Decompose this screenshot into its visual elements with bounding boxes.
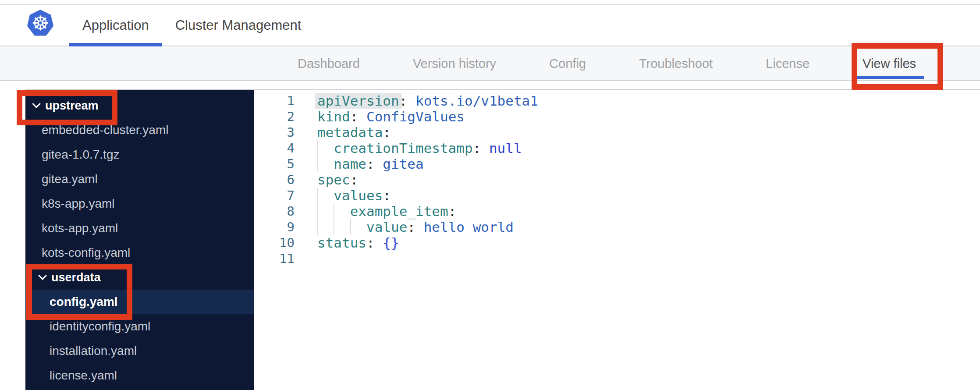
file-label: license.yaml (50, 369, 117, 383)
code-line-9: 9 value: hello world (254, 219, 980, 235)
kubernetes-logo-icon: ☸ (27, 10, 53, 37)
subnav-tab-label: Version history (413, 57, 496, 71)
header-tab-label: Application (82, 18, 149, 33)
code-line-8: 8 example_item: (254, 203, 980, 219)
code-line-text: values: (317, 188, 391, 203)
subnav-tab-label: License (766, 57, 810, 71)
subnav-tab-dashboard[interactable]: Dashboard (290, 47, 368, 80)
code-line-10: 10status: {} (254, 235, 980, 251)
code-line-5: 5 name: gitea (254, 156, 980, 172)
active-tab-underline (69, 43, 162, 46)
tree-item-gitea-1-0-7-tgz[interactable]: gitea-1.0.7.tgz (25, 142, 254, 167)
tree-item-license-yaml[interactable]: license.yaml (25, 363, 254, 388)
code-editor[interactable]: 1apiVersion: kots.io/v1beta12kind: Confi… (254, 90, 980, 390)
file-label: kots-app.yaml (42, 221, 118, 235)
line-number: 1 (254, 93, 295, 109)
code-line-text: name: gitea (317, 156, 424, 172)
tree-item-kots-config-yaml[interactable]: kots-config.yaml (25, 241, 254, 265)
code-line-text: kind: ConfigValues (317, 109, 465, 124)
line-number: 6 (254, 172, 295, 188)
tree-item-config-yaml[interactable]: config.yaml (25, 290, 254, 314)
code-line-text: status: {} (317, 235, 399, 251)
app-subnav: DashboardVersion historyConfigTroublesho… (0, 47, 980, 81)
subnav-tab-view-files[interactable]: View files (855, 47, 924, 80)
header-tab-label: Cluster Management (175, 18, 302, 33)
tree-item-installation-yaml[interactable]: installation.yaml (25, 339, 254, 363)
subnav-tab-label: View files (863, 57, 916, 71)
line-number: 11 (254, 251, 295, 266)
tree-item-identityconfig-yaml[interactable]: identityconfig.yaml (25, 314, 254, 339)
code-line-text: value: hello world (317, 219, 514, 235)
header-tab-cluster-management[interactable]: Cluster Management (162, 5, 315, 46)
tree-item-upstream[interactable]: upstream (25, 93, 254, 118)
subnav-tab-label: Config (549, 57, 586, 71)
code-line-7: 7 values: (254, 188, 980, 203)
file-tree-sidebar: upstreamembedded-cluster.yamlgitea-1.0.7… (25, 90, 254, 390)
file-label: gitea-1.0.7.tgz (42, 148, 119, 162)
line-number: 2 (254, 109, 295, 124)
code-line-text: creationTimestamp: null (317, 140, 522, 156)
line-number: 3 (254, 124, 295, 140)
code-line-3: 3metadata: (254, 124, 980, 140)
folder-label: upstream (45, 99, 99, 113)
chevron-down-icon[interactable] (33, 101, 40, 107)
chevron-down-icon[interactable] (39, 273, 46, 279)
line-number: 4 (254, 140, 295, 156)
file-label: gitea.yaml (42, 172, 98, 186)
code-line-text: metadata: (317, 124, 391, 140)
code-line-4: 4 creationTimestamp: null (254, 140, 980, 156)
subnav-tab-license[interactable]: License (758, 47, 817, 80)
tree-item-k8s-app-yaml[interactable]: k8s-app.yaml (25, 191, 254, 216)
code-line-text: apiVersion: kots.io/v1beta1 (317, 93, 538, 109)
kubernetes-wheel-icon: ☸ (27, 10, 53, 37)
code-line-1: 1apiVersion: kots.io/v1beta1 (254, 93, 980, 109)
app-header: ☸ ApplicationCluster Management (0, 5, 980, 46)
subnav-tabs: DashboardVersion historyConfigTroublesho… (0, 47, 980, 80)
line-number: 10 (254, 235, 295, 251)
active-tab-underline (855, 76, 924, 79)
file-label: embedded-cluster.yaml (42, 123, 168, 137)
code-line-6: 6spec: (254, 172, 980, 188)
tree-item-embedded-cluster-yaml[interactable]: embedded-cluster.yaml (25, 118, 254, 142)
file-label: config.yaml (50, 295, 118, 309)
file-label: installation.yaml (50, 344, 137, 358)
line-number: 8 (254, 203, 295, 219)
file-label: kots-config.yaml (42, 246, 130, 260)
tree-item-userdata[interactable]: userdata (25, 265, 254, 290)
subnav-tab-config[interactable]: Config (541, 47, 594, 80)
subnav-tab-troubleshoot[interactable]: Troubleshoot (631, 47, 721, 80)
subnav-tab-label: Troubleshoot (639, 57, 713, 71)
code-line-11: 11 (254, 251, 980, 266)
line-number: 5 (254, 156, 295, 172)
tree-item-gitea-yaml[interactable]: gitea.yaml (25, 167, 254, 191)
file-label: identityconfig.yaml (50, 319, 150, 333)
line-number: 9 (254, 219, 295, 235)
code-line-text: spec: (317, 172, 358, 188)
file-label: k8s-app.yaml (42, 197, 115, 211)
subnav-tab-label: Dashboard (298, 57, 360, 71)
line-number: 7 (254, 188, 295, 203)
folder-label: userdata (51, 271, 101, 284)
header-tab-application[interactable]: Application (69, 5, 162, 46)
code-line-text: example_item: (317, 203, 456, 219)
subnav-tab-version-history[interactable]: Version history (405, 47, 504, 80)
header-tabs: ApplicationCluster Management (69, 5, 314, 46)
main-content: upstreamembedded-cluster.yamlgitea-1.0.7… (25, 89, 980, 390)
code-line-2: 2kind: ConfigValues (254, 109, 980, 124)
tree-item-kots-app-yaml[interactable]: kots-app.yaml (25, 216, 254, 241)
